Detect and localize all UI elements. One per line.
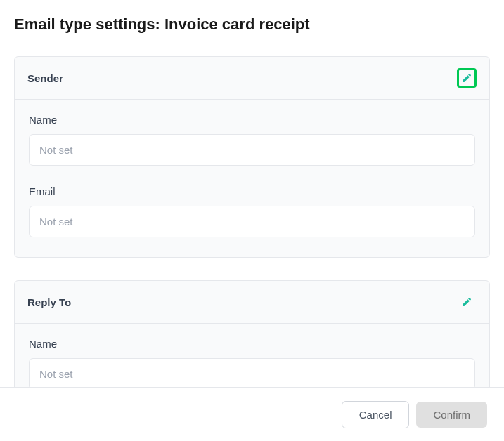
replyto-header: Reply To [15,281,489,324]
sender-body: Name Email [15,100,489,257]
replyto-title: Reply To [27,296,71,308]
replyto-name-label: Name [29,338,475,350]
content-scroll-area[interactable]: Email type settings: Invoice card receip… [0,0,504,387]
sender-email-field: Email [29,185,475,237]
footer-bar: Cancel Confirm [0,387,504,441]
pencil-icon [461,72,472,84]
sender-header: Sender [15,57,489,100]
replyto-name-field: Name [29,338,475,387]
sender-email-input[interactable] [29,206,475,237]
cancel-button[interactable]: Cancel [342,401,410,428]
sender-edit-button[interactable] [457,68,477,88]
confirm-button[interactable]: Confirm [416,402,487,428]
replyto-name-input[interactable] [29,358,475,387]
sender-name-label: Name [29,114,475,126]
sender-name-field: Name [29,114,475,166]
sender-name-input[interactable] [29,134,475,166]
pencil-icon [461,296,472,308]
replyto-card: Reply To Name [14,280,490,387]
sender-email-label: Email [29,185,475,197]
replyto-body: Name [15,324,489,387]
sender-title: Sender [27,72,63,84]
sender-card: Sender Name Email [14,56,490,258]
replyto-edit-button[interactable] [457,292,477,312]
page-title: Email type settings: Invoice card receip… [14,15,490,34]
